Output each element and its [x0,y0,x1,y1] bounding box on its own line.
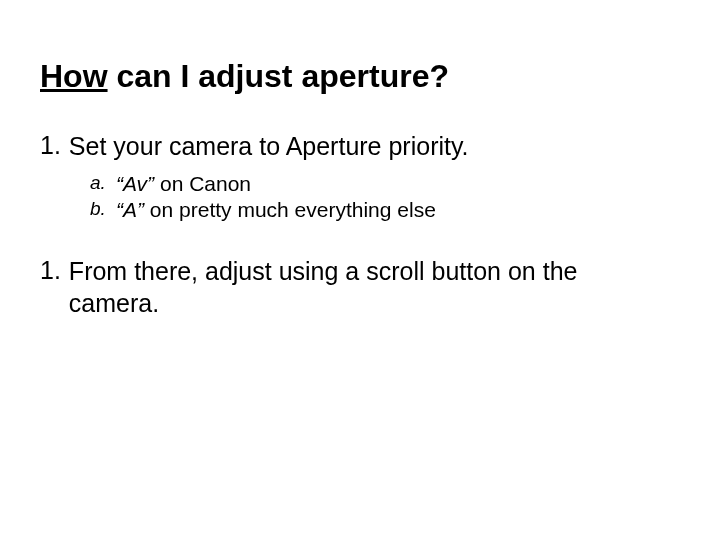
sub-marker: a. [90,172,116,194]
sub-text: “Av” on Canon [116,172,251,196]
sublist-item: a. “Av” on Canon [90,172,680,196]
sub-rest: on Canon [154,172,251,195]
item-number: 1. [40,256,61,285]
list-item: 1. Set your camera to Aperture priority. [40,131,680,162]
sub-rest: on pretty much everything else [144,198,436,221]
item-number: 1. [40,131,61,160]
list-item: 1. From there, adjust using a scroll but… [40,256,680,319]
title-rest: can I adjust aperture? [108,58,449,94]
sublist: a. “Av” on Canon b. “A” on pretty much e… [90,172,680,222]
page-title: How can I adjust aperture? [40,58,680,95]
title-underlined-word: How [40,58,108,94]
item-text: Set your camera to Aperture priority. [69,131,469,162]
sublist-item: b. “A” on pretty much everything else [90,198,680,222]
item-text: From there, adjust using a scroll button… [69,256,629,319]
sub-marker: b. [90,198,116,220]
italic-term: “Av” [116,172,154,195]
italic-term: “A” [116,198,144,221]
sub-text: “A” on pretty much everything else [116,198,436,222]
